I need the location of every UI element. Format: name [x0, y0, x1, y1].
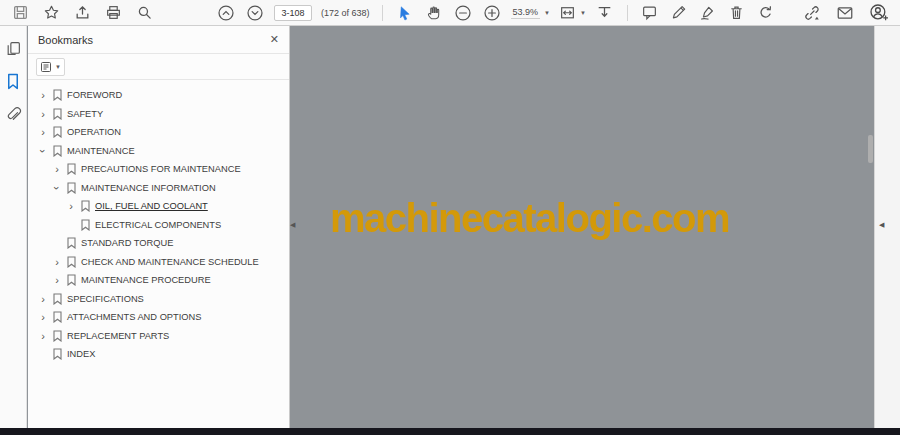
- bookmark-item[interactable]: ›SAFETY: [28, 105, 289, 124]
- bookmark-item[interactable]: ›ATTACHMENTS AND OPTIONS: [28, 308, 289, 327]
- bookmark-item[interactable]: ›OIL, FUEL AND COOLANT: [28, 197, 289, 216]
- bookmarks-panel-header: Bookmarks ✕: [28, 26, 289, 54]
- bookmark-ribbon-icon: [53, 348, 62, 360]
- bookmark-label: PRECAUTIONS FOR MAINTENANCE: [81, 164, 241, 174]
- scrolling-mode-button[interactable]: [595, 3, 615, 23]
- bookmark-ribbon-icon: [67, 182, 76, 194]
- collapse-left-panel-handle[interactable]: ◀: [290, 221, 295, 229]
- fit-width-dropdown[interactable]: ▼: [559, 4, 586, 21]
- bookmark-label: REPLACEMENT PARTS: [67, 331, 169, 341]
- zoom-level-value: 53.9%: [511, 7, 541, 19]
- bookmark-item[interactable]: ›MAINTENANCE: [28, 142, 289, 161]
- chevron-right-icon[interactable]: ›: [52, 257, 62, 267]
- chevron-down-icon[interactable]: ›: [38, 146, 48, 156]
- bookmark-label: OIL, FUEL AND COOLANT: [95, 201, 208, 211]
- bookmark-ribbon-icon: [67, 237, 76, 249]
- next-page-button[interactable]: [245, 3, 265, 23]
- previous-page-button[interactable]: [216, 3, 236, 23]
- chevron-right-icon[interactable]: ›: [66, 201, 76, 211]
- bookmark-label: INDEX: [67, 349, 95, 359]
- chevron-right-icon[interactable]: ›: [38, 294, 48, 304]
- bookmark-label: FOREWORD: [67, 90, 122, 100]
- bookmark-label: STANDARD TORQUE: [81, 238, 173, 248]
- bookmark-item[interactable]: ›MAINTENANCE PROCEDURE: [28, 271, 289, 290]
- bookmark-item[interactable]: STANDARD TORQUE: [28, 234, 289, 253]
- page-thumbnails-icon[interactable]: [3, 38, 24, 59]
- bookmark-ribbon-icon: [53, 293, 62, 305]
- bookmark-label: MAINTENANCE INFORMATION: [81, 183, 216, 193]
- bookmark-item[interactable]: ›REPLACEMENT PARTS: [28, 327, 289, 346]
- zoom-level-dropdown[interactable]: 53.9% ▼: [511, 7, 550, 19]
- toolbar-divider: [382, 5, 383, 21]
- bookmark-ribbon-icon: [67, 256, 76, 268]
- toolbar-right-group: [802, 3, 890, 23]
- bookmark-ribbon-icon: [81, 200, 90, 212]
- bookmark-item[interactable]: INDEX: [28, 345, 289, 364]
- toolbar-left-group: [10, 3, 154, 23]
- bookmark-item[interactable]: ›OPERATION: [28, 123, 289, 142]
- taskbar-strip: [0, 428, 900, 435]
- bookmark-label: ELECTRICAL COMPONENTS: [95, 220, 221, 230]
- save-button[interactable]: [10, 3, 30, 23]
- delete-button[interactable]: [727, 3, 747, 23]
- zoom-out-button[interactable]: [453, 3, 473, 23]
- print-button[interactable]: [103, 3, 123, 23]
- bookmark-ribbon-icon: [53, 330, 62, 342]
- account-avatar-button[interactable]: [868, 3, 888, 23]
- hand-tool-button[interactable]: [424, 3, 444, 23]
- redo-button[interactable]: [756, 3, 776, 23]
- page-count-label: (172 of 638): [321, 8, 370, 18]
- comment-button[interactable]: [640, 3, 660, 23]
- chevron-right-icon[interactable]: ›: [38, 127, 48, 137]
- share-link-button[interactable]: [802, 3, 822, 23]
- highlight-pencil-button[interactable]: [669, 3, 689, 23]
- close-icon[interactable]: ✕: [270, 33, 279, 46]
- bookmarks-panel: Bookmarks ✕ ▼ ›FOREWORD›SAFETY›OPERATION…: [28, 26, 290, 428]
- bookmark-item[interactable]: ELECTRICAL COMPONENTS: [28, 216, 289, 235]
- bookmark-item[interactable]: ›SPECIFICATIONS: [28, 290, 289, 309]
- bookmark-ribbon-icon: [53, 126, 62, 138]
- chevron-down-icon: ▼: [544, 10, 550, 16]
- star-button[interactable]: [41, 3, 61, 23]
- sign-button[interactable]: [698, 3, 718, 23]
- search-button[interactable]: [134, 3, 154, 23]
- bookmark-item[interactable]: ›MAINTENANCE INFORMATION: [28, 179, 289, 198]
- chevron-right-icon[interactable]: ›: [38, 331, 48, 341]
- chevron-right-icon[interactable]: ›: [52, 275, 62, 285]
- bookmark-ribbon-icon: [53, 145, 62, 157]
- bookmark-item[interactable]: ›CHECK AND MAINTENANCE SCHEDULE: [28, 253, 289, 272]
- toolbar: 3-108 (172 of 638) 53.9% ▼ ▼: [0, 0, 900, 26]
- email-button[interactable]: [835, 3, 855, 23]
- chevron-right-icon[interactable]: ›: [38, 90, 48, 100]
- attachments-paperclip-icon[interactable]: [3, 104, 24, 125]
- bookmark-ribbon-icon: [67, 163, 76, 175]
- toolbar-center-group: 3-108 (172 of 638) 53.9% ▼ ▼: [216, 3, 776, 23]
- chevron-right-icon[interactable]: ›: [52, 164, 62, 174]
- tools-rail: [874, 26, 900, 428]
- chevron-down-icon[interactable]: ›: [52, 183, 62, 193]
- select-tool-button[interactable]: [395, 3, 415, 23]
- bookmark-ribbon-icon: [67, 274, 76, 286]
- bookmark-ribbon-icon: [53, 89, 62, 101]
- navigation-rail: [0, 26, 27, 428]
- bookmark-ribbon-icon: [53, 108, 62, 120]
- bookmarks-options-row: ▼: [28, 54, 289, 80]
- chevron-right-icon[interactable]: ›: [38, 312, 48, 322]
- vertical-scrollbar[interactable]: [868, 135, 873, 163]
- bookmark-item[interactable]: ›FOREWORD: [28, 86, 289, 105]
- bookmark-ribbon-icon: [53, 311, 62, 323]
- bookmark-ribbon-icon: [81, 219, 90, 231]
- share-upload-button[interactable]: [72, 3, 92, 23]
- bookmarks-panel-icon[interactable]: [3, 71, 24, 92]
- bookmark-label: CHECK AND MAINTENANCE SCHEDULE: [81, 257, 259, 267]
- page-number-input[interactable]: 3-108: [274, 5, 312, 21]
- zoom-in-button[interactable]: [482, 3, 502, 23]
- bookmarks-options-button[interactable]: ▼: [36, 58, 65, 76]
- collapse-right-panel-handle[interactable]: ◀: [879, 221, 884, 229]
- chevron-down-icon: ▼: [55, 64, 61, 70]
- fit-width-icon: [559, 4, 576, 21]
- bookmark-label: SPECIFICATIONS: [67, 294, 144, 304]
- chevron-right-icon[interactable]: ›: [38, 109, 48, 119]
- bookmark-item[interactable]: ›PRECAUTIONS FOR MAINTENANCE: [28, 160, 289, 179]
- bookmark-label: OPERATION: [67, 127, 121, 137]
